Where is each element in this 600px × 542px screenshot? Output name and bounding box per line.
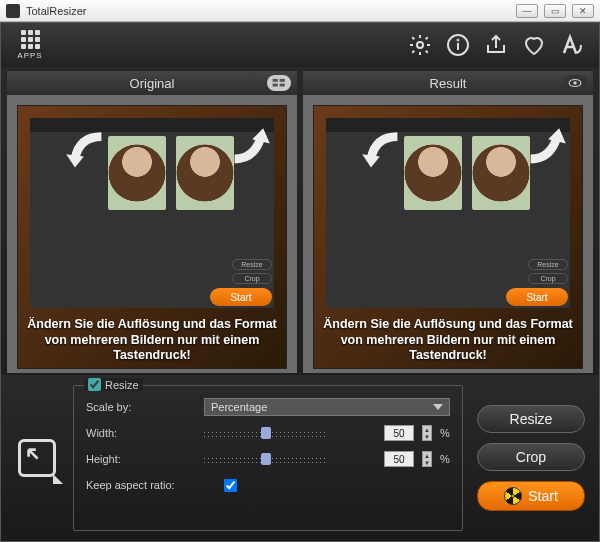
share-icon [484,33,508,57]
heart-icon [522,33,546,57]
info-icon [446,33,470,57]
apps-label: APPS [17,51,42,60]
gear-icon [408,33,432,57]
original-caption: Ändern Sie die Auflösung und das Format … [18,317,286,364]
crop-button[interactable]: Crop [477,443,585,471]
inner-start-label: Start [210,288,272,306]
chevron-down-icon [433,404,443,410]
result-caption: Ändern Sie die Auflösung und das Format … [314,317,582,364]
resize-title-label: Resize [105,379,139,391]
action-buttons: Resize Crop Start [477,385,585,531]
original-label: Original [130,76,175,91]
height-value[interactable]: 50 [384,451,414,467]
resize-enable-checkbox[interactable] [88,378,101,391]
original-thumbnail[interactable]: Resize Crop Start Ändern Sie die Auflösu… [17,105,287,369]
preview-area: Original Resize Crop Start Ändern Sie di… [1,67,599,375]
result-header: Result [303,71,593,95]
favorite-button[interactable] [521,32,547,58]
original-header: Original [7,71,297,95]
font-icon [560,33,584,57]
result-thumbnail[interactable]: Resize Crop Start Ändern Sie die Auflösu… [313,105,583,369]
apps-menu[interactable]: APPS [15,30,45,60]
resize-panel: Resize Scale by: Percentage Width: 50 ▲▼… [73,385,463,531]
window-title: TotalResizer [26,5,516,17]
scale-by-value: Percentage [211,401,267,413]
width-label: Width: [86,427,196,439]
height-label: Height: [86,453,196,465]
width-stepper[interactable]: ▲▼ [422,425,432,441]
scale-by-label: Scale by: [86,401,196,413]
result-pane: Result Resize Crop Start Ändern Sie die … [303,71,593,373]
resize-panel-title: Resize [84,378,143,391]
svg-point-0 [417,42,423,48]
thumbnails-toggle[interactable] [267,75,291,91]
resize-button[interactable]: Resize [477,405,585,433]
hazard-icon [504,487,522,505]
svg-point-3 [458,40,459,41]
height-slider[interactable] [204,450,376,468]
keep-aspect-checkbox[interactable] [224,479,237,492]
window-titlebar: TotalResizer — ▭ ✕ [0,0,600,22]
inner-resize-label-2: Resize [528,259,568,270]
svg-rect-5 [273,84,278,87]
app-frame: APPS Original Resize Crop Start [0,22,600,542]
info-button[interactable] [445,32,471,58]
settings-button[interactable] [407,32,433,58]
minimize-button[interactable]: — [516,4,538,18]
inner-start-label-2: Start [506,288,568,306]
keep-aspect-label: Keep aspect ratio: [86,479,216,491]
svg-point-9 [573,81,577,85]
inner-crop-label-2: Crop [528,273,568,284]
maximize-button[interactable]: ▭ [544,4,566,18]
svg-rect-4 [273,79,278,82]
inner-crop-label: Crop [232,273,272,284]
height-stepper[interactable]: ▲▼ [422,451,432,467]
eye-icon [568,77,582,89]
apps-grid-icon [21,30,40,49]
expand-button[interactable] [15,385,59,531]
svg-rect-6 [280,79,285,82]
result-label: Result [430,76,467,91]
close-button[interactable]: ✕ [572,4,594,18]
scale-by-select[interactable]: Percentage [204,398,450,416]
inner-resize-label: Resize [232,259,272,270]
app-icon [6,4,20,18]
arrow-up-left-icon [25,446,43,464]
preview-toggle[interactable] [563,75,587,91]
width-slider[interactable] [204,424,376,442]
top-toolbar: APPS [1,23,599,67]
width-percent: % [440,427,450,439]
grid-icon [272,77,286,89]
svg-rect-7 [280,84,285,87]
height-percent: % [440,453,450,465]
bottom-bar: Resize Scale by: Percentage Width: 50 ▲▼… [1,375,599,541]
width-value[interactable]: 50 [384,425,414,441]
original-pane: Original Resize Crop Start Ändern Sie di… [7,71,297,373]
font-button[interactable] [559,32,585,58]
start-button[interactable]: Start [477,481,585,511]
share-button[interactable] [483,32,509,58]
